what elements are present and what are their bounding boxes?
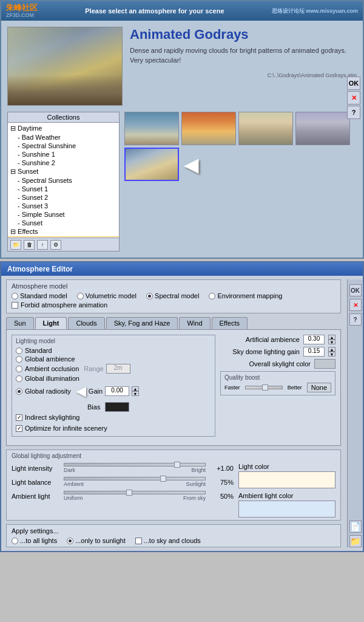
tree-item-sunshine1[interactable]: - Sunshine 1 (8, 150, 119, 159)
aa-up[interactable]: ▲ (328, 335, 335, 340)
forbid-animation-checkbox[interactable] (12, 302, 18, 309)
thumb-3[interactable] (238, 112, 293, 145)
model-environment-label: Environment mapping (217, 292, 282, 299)
ok-button-top[interactable]: OK (347, 77, 360, 90)
gain-input[interactable]: 0.00 (105, 386, 129, 396)
tree-item-spectral-sunsets[interactable]: - Spectral Sunsets (8, 176, 119, 185)
quality-slider-track[interactable] (245, 386, 283, 389)
tree-item-simple-sunset[interactable]: - Simple Sunset (8, 210, 119, 219)
light-intensity-track[interactable] (64, 463, 206, 466)
thumb-active[interactable] (124, 148, 179, 181)
lm-standard[interactable]: Standard (16, 346, 211, 355)
model-volumetric[interactable]: Volumetric model (77, 292, 136, 299)
tree-item-sunshine2[interactable]: - Sunshine 2 (8, 159, 119, 167)
bias-color-box[interactable] (105, 402, 129, 412)
tree-new-btn[interactable]: 📁 (10, 240, 21, 250)
tree-item-daytime[interactable]: ⊟ Daytime (8, 124, 119, 133)
tree-delete-btn[interactable]: 🗑 (24, 240, 35, 250)
apply-sunlight[interactable]: ...only to sunlight (67, 537, 126, 544)
apply-all-lights[interactable]: ...to all lights (12, 537, 57, 544)
tree-item-effects[interactable]: ⊟ Effects (8, 227, 119, 236)
light-balance-track[interactable] (64, 477, 206, 480)
lm-global-ambience[interactable]: Global ambience (16, 355, 211, 363)
thumb-4[interactable] (295, 112, 350, 145)
tree-item-sunset-plain[interactable]: - Sunset (8, 219, 119, 227)
apply-sunlight-radio[interactable] (67, 538, 73, 544)
cancel-button-bottom[interactable]: ✕ (349, 299, 362, 311)
sd-up[interactable]: ▲ (328, 347, 335, 352)
lighting-right: Artificial ambience 0.30 ▲ ▼ Sky dome li… (220, 335, 335, 440)
sd-down[interactable]: ▼ (328, 352, 335, 357)
tree-item-sunset2[interactable]: - Sunset 2 (8, 193, 119, 202)
tab-clouds[interactable]: Clouds (68, 317, 104, 329)
model-spectral-radio[interactable] (146, 293, 153, 299)
apply-sky-clouds-check[interactable] (135, 538, 142, 544)
tree-item-godrays[interactable]: - Godrays ◀ (8, 236, 119, 237)
ambient-light-color-box[interactable] (238, 501, 335, 518)
lm-global-radiosity[interactable]: Global radiosity ◀ Gain 0.00 ▲ ▼ (16, 383, 211, 400)
apply-settings-title: Apply settings... (12, 527, 335, 535)
tree-item-sunset1[interactable]: - Sunset 1 (8, 185, 119, 193)
folder-button[interactable]: 📁 (349, 535, 362, 547)
gain-up[interactable]: ▲ (132, 386, 139, 391)
thumb-1[interactable] (124, 112, 179, 145)
ok-button-bottom[interactable]: OK (349, 284, 362, 296)
model-standard-radio[interactable] (12, 293, 18, 299)
light-intensity-thumb[interactable] (174, 462, 180, 468)
tree-item-sunset3[interactable]: - Sunset 3 (8, 202, 119, 210)
model-environment[interactable]: Environment mapping (209, 292, 282, 299)
tree-settings-btn[interactable]: ⚙ (50, 240, 61, 250)
model-environment-radio[interactable] (209, 293, 215, 299)
light-balance-thumb[interactable] (160, 476, 166, 482)
tab-effects[interactable]: Effects (212, 317, 248, 329)
model-spectral[interactable]: Spectral model (146, 292, 199, 299)
lm-ambient-occlusion[interactable]: Ambient occlusion Range 2m (16, 363, 211, 374)
tab-light[interactable]: Light (35, 317, 67, 329)
overall-skylight-color[interactable] (314, 359, 335, 369)
tree-item-badweather[interactable]: - Bad Weather (8, 133, 119, 142)
artificial-ambience-spinner[interactable]: ▲ ▼ (328, 335, 335, 344)
bottom-panel: Atmosphere Editor Atmosphere model Stand… (0, 261, 364, 552)
quality-slider-thumb[interactable] (262, 384, 268, 391)
aa-down[interactable]: ▼ (328, 340, 335, 344)
indirect-sky-checkbox[interactable] (16, 414, 22, 421)
thumbnails-area: ◀ (124, 112, 357, 251)
model-standard[interactable]: Standard model (12, 292, 67, 299)
optimize-infinite-checkbox[interactable] (16, 425, 22, 432)
model-volumetric-radio[interactable] (77, 293, 84, 299)
help-button-top[interactable]: ? (347, 106, 360, 119)
forbid-animation-label: Forbid atmosphere animation (21, 301, 107, 309)
file-button[interactable]: 📄 (349, 521, 362, 533)
light-color-box[interactable] (238, 471, 335, 488)
apply-sky-clouds[interactable]: ...to sky and clouds (135, 537, 201, 544)
tab-sky-fog[interactable]: Sky, Fog and Haze (106, 317, 178, 329)
lm-ambient-occlusion-radio[interactable] (16, 366, 22, 372)
thumb-row-2: ◀ (124, 148, 357, 181)
range-input[interactable]: 2m (106, 364, 130, 374)
lm-global-ambience-radio[interactable] (16, 356, 22, 363)
ambient-light-track[interactable] (64, 491, 206, 494)
tree-export-btn[interactable]: ↑ (37, 240, 48, 250)
apply-all-lights-radio[interactable] (12, 538, 18, 544)
lm-standard-radio[interactable] (16, 347, 22, 354)
tree-header: Collections (8, 112, 119, 123)
tab-sun[interactable]: Sun (6, 317, 34, 329)
artificial-ambience-value[interactable]: 0.30 (303, 335, 325, 344)
gain-down[interactable]: ▼ (132, 391, 139, 396)
tab-wind[interactable]: Wind (179, 317, 210, 329)
lm-global-illumination[interactable]: Global illumination (16, 374, 211, 383)
gain-spinner[interactable]: ▲ ▼ (132, 386, 139, 396)
tree-item-sunset[interactable]: ⊟ Sunset (8, 167, 119, 176)
cancel-button-top[interactable]: ✕ (347, 91, 360, 104)
quality-none-btn[interactable]: None (307, 383, 331, 392)
tree-item-spectral[interactable]: - Spectral Sunshine (8, 142, 119, 150)
sky-dome-value[interactable]: 0.15 (303, 347, 325, 357)
thumb-2[interactable] (181, 112, 236, 145)
help-button-bottom[interactable]: ? (349, 313, 362, 326)
ambient-light-thumb[interactable] (126, 490, 132, 496)
lm-global-radiosity-radio[interactable] (16, 388, 22, 395)
ambient-light-row: Ambient light Uniform From sky 50% (12, 491, 234, 501)
main-preview[interactable] (7, 27, 123, 106)
lm-global-illumination-radio[interactable] (16, 375, 22, 382)
sky-dome-spinner[interactable]: ▲ ▼ (328, 347, 335, 357)
